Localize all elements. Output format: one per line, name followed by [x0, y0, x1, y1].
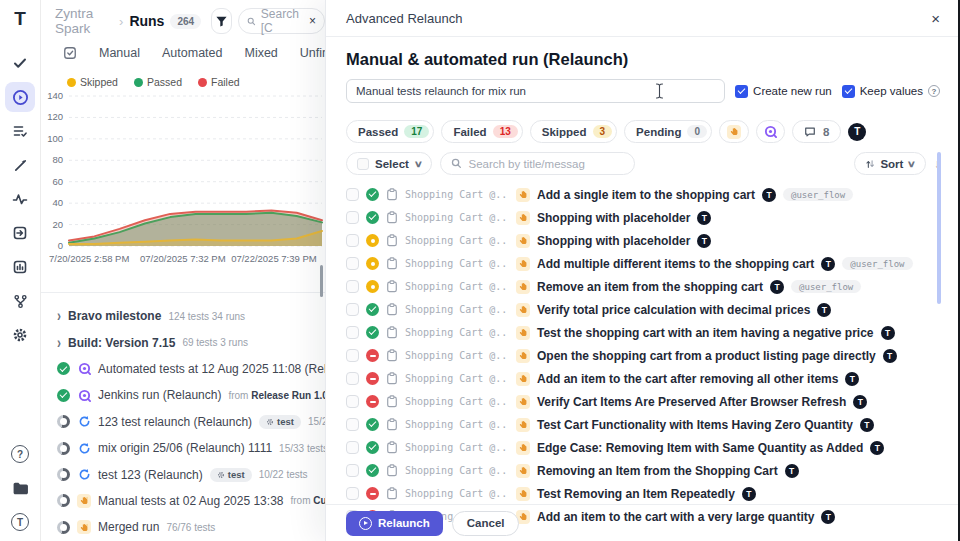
- row-checkbox[interactable]: [346, 234, 359, 247]
- row-checkbox[interactable]: [346, 303, 359, 316]
- sidebar-item-profile[interactable]: T: [5, 507, 35, 537]
- test-row[interactable]: Shopping Cart @... Verify Cart Items Are…: [346, 390, 940, 413]
- tab-automated[interactable]: Automated: [162, 46, 222, 60]
- chart-legend: SkippedPassedFailed: [41, 60, 325, 88]
- row-checkbox[interactable]: [346, 464, 359, 477]
- test-row[interactable]: Shopping Cart @... Add multiple differen…: [346, 252, 940, 275]
- filter-chip-automated[interactable]: [756, 120, 785, 143]
- run-list-item[interactable]: 123 test relaunch (Relaunch) test 15/23 …: [41, 409, 325, 435]
- row-checkbox[interactable]: [346, 257, 359, 270]
- sidebar-item-tasks[interactable]: [5, 48, 35, 78]
- test-row[interactable]: Shopping Cart @... Add an item to the ca…: [346, 367, 940, 390]
- row-checkbox[interactable]: [346, 395, 359, 408]
- filter-chip-comments[interactable]: 8: [792, 120, 841, 143]
- create-new-run-option[interactable]: Create new run: [735, 85, 832, 98]
- checkbox-checked-icon[interactable]: [735, 85, 748, 98]
- clipboard-icon: [386, 464, 398, 477]
- test-row[interactable]: Shopping Cart @... Edge Case: Removing I…: [346, 436, 940, 459]
- test-row[interactable]: Shopping Cart @... Open the shopping car…: [346, 344, 940, 367]
- gear-icon: [12, 327, 28, 343]
- test-title: Test Removing an Item Repeatedly: [537, 487, 735, 501]
- clear-search-icon[interactable]: ×: [309, 14, 316, 28]
- test-tag: @user_flow: [842, 257, 912, 270]
- runs-search-input[interactable]: Search [C ×: [238, 8, 325, 34]
- app-logo[interactable]: T: [14, 8, 26, 30]
- filter-chip-manual[interactable]: [719, 120, 749, 143]
- modal-scrollbar[interactable]: [937, 152, 941, 304]
- run-name-input[interactable]: Manual tests relaunch for mix run: [346, 79, 725, 103]
- test-row[interactable]: Shopping Cart @... Shopping with placeho…: [346, 229, 940, 252]
- run-list-item[interactable]: Jenkins run (Relaunch) from Release Run …: [41, 382, 325, 408]
- test-suite-prefix: Shopping Cart @...: [405, 396, 509, 407]
- test-suite-prefix: Shopping Cart @...: [405, 373, 509, 384]
- chevron-right-icon[interactable]: ›: [57, 307, 61, 325]
- tab-mixed[interactable]: Mixed: [244, 46, 277, 60]
- filter-chip-failed[interactable]: Failed 13: [441, 120, 522, 143]
- run-list-item[interactable]: Merged run 76/76 tests: [41, 514, 325, 540]
- test-row[interactable]: Shopping Cart @... Test Cart Functionali…: [346, 413, 940, 436]
- run-list-item[interactable]: › Bravo milestone 124 tests 34 runs: [41, 303, 325, 329]
- row-checkbox[interactable]: [346, 188, 359, 201]
- help-icon: ?: [11, 445, 29, 463]
- run-list-item[interactable]: › Build: Version 7.15 69 tests 3 runs: [41, 329, 325, 355]
- sidebar-item-settings[interactable]: [5, 320, 35, 350]
- row-checkbox[interactable]: [346, 349, 359, 362]
- test-row[interactable]: Shopping Cart @... Shopping with placeho…: [346, 206, 940, 229]
- sidebar-item-analytics[interactable]: [5, 184, 35, 214]
- test-title: Shopping with placeholder: [537, 234, 690, 248]
- cancel-button[interactable]: Cancel: [452, 511, 520, 536]
- owner-avatar[interactable]: T: [848, 123, 866, 141]
- sort-button[interactable]: Sort ∨: [854, 152, 926, 175]
- run-list-item[interactable]: Automated tests at 12 Aug 2025 11:08 (Re…: [41, 356, 325, 382]
- page-scrollbar[interactable]: [320, 265, 323, 297]
- test-row[interactable]: Shopping Cart @... Add a single item to …: [346, 183, 940, 206]
- test-row[interactable]: Shopping Cart @... Test the shopping car…: [346, 321, 940, 344]
- select-dropdown[interactable]: Select ∨: [346, 152, 432, 175]
- test-row[interactable]: Shopping Cart @... Verify total price ca…: [346, 298, 940, 321]
- test-row[interactable]: Shopping Cart @... Remove an item from t…: [346, 275, 940, 298]
- sidebar-item-branches[interactable]: [5, 286, 35, 316]
- filter-chip-passed[interactable]: Passed 17: [346, 120, 434, 143]
- test-row[interactable]: Shopping Cart @... Test Removing an Item…: [346, 482, 940, 505]
- run-list-item[interactable]: Manual tests at 02 Aug 2025 13:38 from C…: [41, 488, 325, 514]
- chevron-right-icon[interactable]: ›: [57, 333, 61, 351]
- breadcrumb-project[interactable]: Zyntra Spark: [55, 6, 113, 36]
- sidebar-item-wand[interactable]: [5, 150, 35, 180]
- tab-manual[interactable]: Manual: [99, 46, 140, 60]
- sidebar-item-runs[interactable]: [5, 82, 35, 112]
- filter-button[interactable]: [211, 8, 232, 34]
- row-checkbox[interactable]: [346, 487, 359, 500]
- checkbox-empty-icon[interactable]: [357, 158, 369, 170]
- checkbox-checked-icon[interactable]: [842, 85, 855, 98]
- run-list-item[interactable]: mix origin 25/06 (Relaunch) 1111 15/33 t…: [41, 435, 325, 461]
- sidebar-item-reports[interactable]: [5, 252, 35, 282]
- relaunch-button[interactable]: Relaunch: [346, 511, 443, 536]
- svg-text:07/20/2025 7:32 PM: 07/20/2025 7:32 PM: [140, 253, 226, 264]
- search-icon: [247, 16, 256, 27]
- close-icon[interactable]: ×: [931, 11, 940, 26]
- row-checkbox[interactable]: [346, 441, 359, 454]
- filter-chip-pending[interactable]: Pending 0: [624, 120, 712, 143]
- filter-chip-skipped[interactable]: Skipped 3: [530, 120, 617, 143]
- tests-search-input[interactable]: Search by title/messag: [440, 152, 635, 175]
- runs-tabs: Manual Automated Mixed Unfinished Groups: [41, 34, 325, 60]
- sidebar-item-import-run[interactable]: [5, 218, 35, 248]
- row-checkbox[interactable]: [346, 280, 359, 293]
- row-checkbox[interactable]: [346, 211, 359, 224]
- test-row[interactable]: Shopping Cart @... Removing an Item from…: [346, 459, 940, 482]
- run-status-icon: [57, 521, 70, 534]
- row-checkbox[interactable]: [346, 418, 359, 431]
- sidebar-item-projects[interactable]: [5, 473, 35, 503]
- row-checkbox[interactable]: [346, 372, 359, 385]
- keep-values-option[interactable]: Keep values ?: [842, 85, 940, 98]
- manual-test-icon: [516, 188, 530, 202]
- run-list-item[interactable]: test 123 (Relaunch) test 10/22 tests: [41, 461, 325, 487]
- row-checkbox[interactable]: [346, 326, 359, 339]
- sidebar-item-help[interactable]: ?: [5, 439, 35, 469]
- help-icon[interactable]: ?: [928, 85, 940, 97]
- tab-unfinished[interactable]: Unfinished: [300, 46, 325, 60]
- sidebar-item-test-plans[interactable]: [5, 116, 35, 146]
- run-status-icon: [57, 415, 70, 428]
- run-title: Automated tests at 12 Aug 2025 11:08 (Re…: [98, 362, 325, 376]
- select-all-icon[interactable]: [63, 46, 77, 60]
